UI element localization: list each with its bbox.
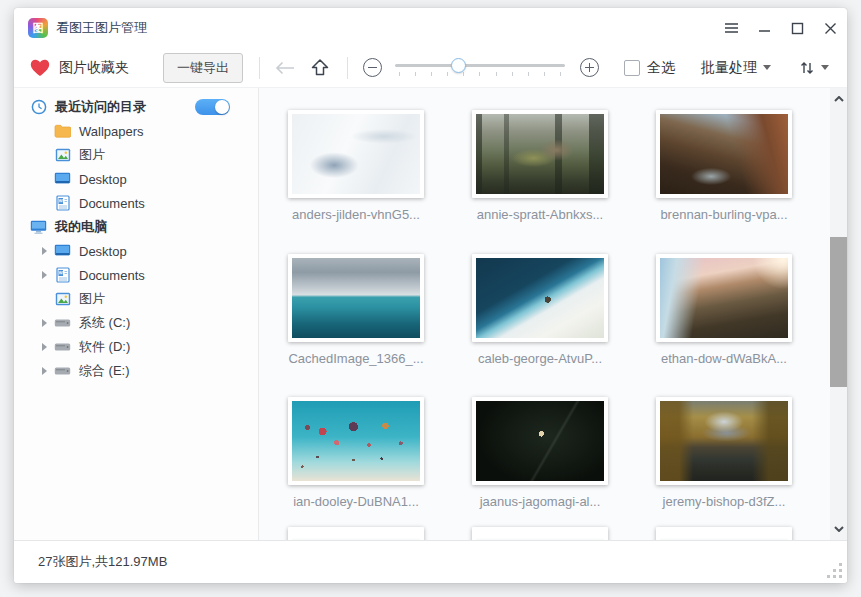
- image-thumbnail[interactable]: [656, 110, 792, 198]
- desktop-icon: [54, 243, 71, 260]
- image-item: anders-jilden-vhnG5...: [266, 110, 446, 222]
- select-all-label: 全选: [647, 59, 675, 77]
- image-item: caleb-george-AtvuP...: [450, 254, 630, 366]
- image-item: brennan-burling-vpa...: [634, 110, 814, 222]
- sort-icon: [799, 60, 815, 76]
- expand-arrow-icon[interactable]: [42, 247, 54, 255]
- toolbar-divider: [347, 57, 348, 79]
- resize-grip[interactable]: [828, 564, 842, 578]
- zoom-out-icon[interactable]: [363, 58, 382, 77]
- status-summary: 27张图片,共121.97MB: [38, 553, 167, 571]
- recent-dirs-toggle[interactable]: [195, 99, 230, 115]
- close-icon[interactable]: [814, 8, 847, 48]
- expand-arrow-icon[interactable]: [42, 343, 54, 351]
- main-area: 最近访问的目录 Wallpapers 图片 Desktop: [14, 88, 847, 540]
- image-filename: annie-spratt-Abnkxs...: [477, 207, 603, 222]
- statusbar: 27张图片,共121.97MB: [14, 540, 847, 583]
- sidebar: 最近访问的目录 Wallpapers 图片 Desktop: [14, 88, 259, 540]
- image-thumbnail[interactable]: [472, 397, 608, 485]
- caret-down-icon: [763, 65, 771, 70]
- thumbnail-size-slider[interactable]: [395, 55, 565, 81]
- image-item: annie-spratt-Abnkxs...: [450, 110, 630, 222]
- favorites-label: 图片收藏夹: [59, 59, 129, 77]
- up-arrow-icon[interactable]: [310, 58, 330, 78]
- image-thumbnail[interactable]: [472, 527, 608, 540]
- export-button[interactable]: 一键导出: [163, 53, 243, 83]
- scroll-down-icon[interactable]: [830, 520, 847, 538]
- folder-icon: [54, 123, 71, 140]
- document-icon: [54, 195, 71, 212]
- toolbar-divider: [259, 57, 260, 79]
- expand-arrow-icon[interactable]: [42, 319, 54, 327]
- image-thumbnail[interactable]: [288, 527, 424, 540]
- sidebar-item-drive-d[interactable]: 软件 (D:): [14, 335, 258, 359]
- toolbar: 图片收藏夹 一键导出 全选 批量处理: [14, 48, 847, 88]
- app-window: 图 看图王图片管理 图片收藏夹 一键导出: [14, 8, 847, 583]
- image-thumbnail[interactable]: [288, 254, 424, 342]
- expand-arrow-icon[interactable]: [42, 271, 54, 279]
- slider-ticks: [399, 72, 561, 76]
- image-filename: ethan-dow-dWaBkA...: [661, 351, 787, 366]
- image-item: ethan-dow-dWaBkA...: [634, 254, 814, 366]
- image-item: CachedImage_1366_...: [266, 254, 446, 366]
- menu-icon[interactable]: [715, 8, 748, 48]
- select-all-checkbox[interactable]: [624, 60, 640, 76]
- image-thumbnail[interactable]: [656, 254, 792, 342]
- back-icon[interactable]: [275, 61, 295, 75]
- image-thumbnail[interactable]: [288, 397, 424, 485]
- sidebar-item-desktop-recent[interactable]: Desktop: [14, 167, 258, 191]
- minimize-icon[interactable]: [748, 8, 781, 48]
- slider-track[interactable]: [395, 64, 565, 67]
- image-thumbnail[interactable]: [472, 254, 608, 342]
- image-thumbnail[interactable]: [288, 110, 424, 198]
- image-item-partial: [634, 527, 814, 540]
- maximize-icon[interactable]: [781, 8, 814, 48]
- sidebar-item-documents[interactable]: Documents: [14, 263, 258, 287]
- vertical-scrollbar[interactable]: [830, 88, 847, 540]
- image-filename: CachedImage_1366_...: [288, 351, 423, 366]
- zoom-in-icon[interactable]: [580, 58, 599, 77]
- caret-down-icon: [821, 65, 829, 70]
- desktop-icon: [54, 171, 71, 188]
- sidebar-item-pictures[interactable]: 图片: [14, 287, 258, 311]
- thumbnail-grid: anders-jilden-vhnG5... annie-spratt-Abnk…: [259, 88, 830, 540]
- drive-icon: [54, 315, 71, 332]
- sort-dropdown[interactable]: [799, 60, 829, 76]
- expand-arrow-icon[interactable]: [42, 367, 54, 375]
- image-filename: jeremy-bishop-d3fZ...: [663, 494, 786, 509]
- sidebar-item-drive-c[interactable]: 系统 (C:): [14, 311, 258, 335]
- sidebar-item-my-computer[interactable]: 我的电脑: [14, 215, 258, 239]
- scroll-up-icon[interactable]: [830, 90, 847, 108]
- clock-icon: [30, 99, 47, 116]
- image-filename: brennan-burling-vpa...: [660, 207, 787, 222]
- drive-icon: [54, 339, 71, 356]
- toolbar-right-group: 全选 批量处理: [624, 59, 829, 77]
- image-item: jaanus-jagomagi-al...: [450, 397, 630, 509]
- picture-icon: [54, 291, 71, 308]
- slider-thumb[interactable]: [451, 58, 466, 73]
- sidebar-item-drive-e[interactable]: 综合 (E:): [14, 359, 258, 383]
- image-item-partial: [450, 527, 630, 540]
- sidebar-item-recent-dirs[interactable]: 最近访问的目录: [14, 95, 258, 119]
- sidebar-item-documents-recent[interactable]: Documents: [14, 191, 258, 215]
- drive-icon: [54, 363, 71, 380]
- picture-icon: [54, 147, 71, 164]
- image-item: jeremy-bishop-d3fZ...: [634, 397, 814, 509]
- app-title: 看图王图片管理: [56, 19, 147, 37]
- window-controls: [715, 8, 847, 48]
- app-logo-icon: 图: [28, 18, 48, 38]
- image-item-partial: [266, 527, 446, 540]
- image-thumbnail[interactable]: [472, 110, 608, 198]
- image-filename: caleb-george-AtvuP...: [478, 351, 602, 366]
- titlebar: 图 看图王图片管理: [14, 8, 847, 48]
- image-thumbnail[interactable]: [656, 397, 792, 485]
- batch-process-dropdown[interactable]: 批量处理: [701, 59, 771, 77]
- computer-icon: [30, 219, 47, 236]
- sidebar-item-desktop[interactable]: Desktop: [14, 239, 258, 263]
- image-thumbnail[interactable]: [656, 527, 792, 540]
- scrollbar-thumb[interactable]: [830, 237, 847, 387]
- image-filename: anders-jilden-vhnG5...: [292, 207, 420, 222]
- sidebar-item-pictures-recent[interactable]: 图片: [14, 143, 258, 167]
- image-filename: jaanus-jagomagi-al...: [480, 494, 601, 509]
- sidebar-item-wallpapers[interactable]: Wallpapers: [14, 119, 258, 143]
